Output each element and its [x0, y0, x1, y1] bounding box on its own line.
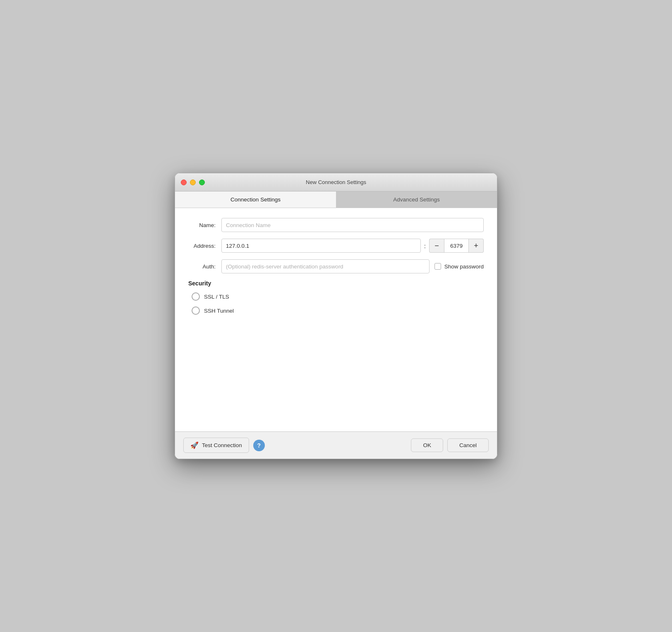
maximize-button[interactable]	[199, 180, 205, 185]
auth-label: Auth:	[188, 263, 221, 270]
footer: 🚀 Test Connection ? OK Cancel	[175, 431, 497, 459]
rocket-icon: 🚀	[190, 441, 199, 449]
address-label: Address:	[188, 243, 221, 249]
ssh-tunnel-radio[interactable]	[192, 306, 200, 315]
main-window: New Connection Settings Connection Setti…	[175, 173, 497, 459]
auth-controls: Show password	[221, 259, 484, 273]
auth-row: Auth: Show password	[188, 259, 484, 273]
minimize-button[interactable]	[190, 180, 196, 185]
colon-separator: :	[424, 242, 426, 249]
security-section: Security SSL / TLS SSH Tunnel	[188, 280, 484, 315]
tab-bar: Connection Settings Advanced Settings	[175, 192, 497, 208]
help-button[interactable]: ?	[253, 440, 265, 451]
port-decrement-button[interactable]: −	[429, 239, 444, 253]
name-label: Name:	[188, 222, 221, 228]
test-connection-button[interactable]: 🚀 Test Connection	[183, 438, 249, 453]
test-connection-label: Test Connection	[202, 442, 242, 448]
ssl-tls-label: SSL / TLS	[204, 294, 229, 300]
address-controls: : − +	[221, 239, 484, 253]
name-input[interactable]	[221, 218, 484, 232]
address-row: Address: : − +	[188, 239, 484, 253]
name-row: Name:	[188, 218, 484, 232]
window-title: New Connection Settings	[306, 179, 366, 185]
content-area: Name: Address: : − +	[175, 208, 497, 431]
ok-button[interactable]: OK	[411, 438, 443, 452]
show-password-checkbox[interactable]	[434, 263, 441, 270]
ssl-tls-radio[interactable]	[192, 292, 200, 301]
show-password-label: Show password	[444, 263, 484, 270]
tab-advanced-settings[interactable]: Advanced Settings	[336, 192, 497, 208]
title-bar: New Connection Settings	[175, 173, 497, 192]
auth-input[interactable]	[221, 259, 430, 273]
help-icon: ?	[257, 442, 261, 449]
traffic-lights	[181, 180, 205, 185]
footer-actions: OK Cancel	[411, 438, 489, 452]
address-input[interactable]	[221, 239, 421, 253]
ssl-tls-row: SSL / TLS	[192, 292, 484, 301]
tab-connection-settings[interactable]: Connection Settings	[175, 192, 336, 208]
port-input[interactable]	[444, 239, 469, 253]
cancel-button[interactable]: Cancel	[447, 438, 489, 452]
ssh-tunnel-row: SSH Tunnel	[192, 306, 484, 315]
port-increment-button[interactable]: +	[469, 239, 484, 253]
ssh-tunnel-label: SSH Tunnel	[204, 308, 234, 314]
close-button[interactable]	[181, 180, 187, 185]
show-password-wrap: Show password	[434, 263, 484, 270]
security-title: Security	[188, 280, 484, 287]
port-controls: − +	[429, 239, 484, 253]
